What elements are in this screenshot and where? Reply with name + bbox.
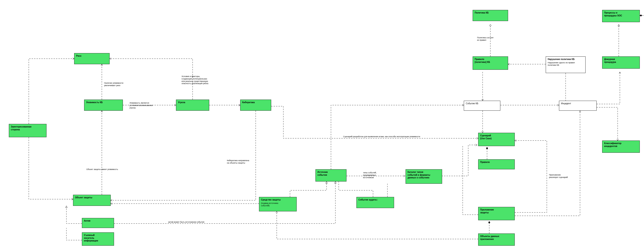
node-classifier[interactable]: Классификаторинцидентов — [602, 140, 640, 153]
node-appobjs[interactable]: Объекты данныхприложения — [478, 234, 515, 246]
node-kbevent[interactable]: Событие КБ — [464, 101, 500, 111]
node-label: Приложениезащиты — [480, 208, 494, 214]
node-label: Заинтересованнаясторона — [11, 126, 32, 131]
node-label: Актив — [84, 220, 90, 222]
node-label: Нарушение политики КБ — [548, 58, 574, 60]
edge-label: Наличие уязвимостиувеличивает риск — [104, 82, 135, 87]
node-label: Уязвимость КБ — [86, 101, 103, 104]
node-risk[interactable]: Риск — [74, 53, 110, 64]
edge-label: Уязвимость являетсяусловием возникновени… — [130, 102, 165, 109]
node-label: Объект защиты — [75, 196, 92, 199]
edge-label: актив может быть источником события — [168, 221, 224, 223]
node-label: Классификаторинцидентов — [604, 142, 622, 148]
node-stakeholder[interactable]: Заинтересованнаясторона — [9, 124, 46, 137]
node-label: Источниксобытия — [318, 171, 328, 176]
node-cyberattack[interactable]: Кибератака — [240, 100, 271, 111]
node-usecase[interactable]: Сценарий(Use Case) — [478, 133, 515, 146]
node-label: Правило — [480, 161, 490, 163]
node-asset[interactable]: Актив — [82, 218, 114, 228]
node-label: Каталог типовсобытий и форматыданных о с… — [408, 171, 430, 179]
node-label: Угроза — [178, 101, 185, 104]
node-label: Событие КБ — [466, 102, 478, 105]
node-removable[interactable]: Съемныйносительинформации — [82, 232, 114, 246]
node-label: Объекты данныхприложения — [480, 235, 499, 240]
node-sub: Нарушение одного из правилполитики КБ — [548, 62, 584, 66]
edge-label: Кибератака направленана объекты защиты — [227, 159, 267, 164]
node-protmeans[interactable]: Средство защиты(подвид источникасобытий) — [259, 197, 297, 211]
node-label: Инцидент — [561, 102, 571, 105]
node-dutyproc[interactable]: Дежурнаяпроцедура — [602, 56, 640, 68]
node-protobj[interactable]: Объект защиты — [73, 195, 111, 206]
edge-label: Условия и факторы,создающие потенциальну… — [182, 75, 226, 85]
node-sub: (подвид источникасобытий) — [261, 202, 295, 207]
edge-label: Приложениереализует сценарий — [549, 174, 580, 178]
edge-label: типы событий,порождаемыхисточником — [363, 172, 390, 178]
node-label: Дежурнаяпроцедура — [604, 58, 616, 63]
node-label: Событие аудита:: — [358, 198, 378, 201]
node-evtsrc[interactable]: Источниксобытия — [316, 169, 346, 182]
node-procSOC[interactable]: Процессы ипроцедуры SOC — [602, 10, 640, 22]
edge-label: Сценарий разработан для выявления атаки,… — [343, 136, 454, 138]
node-label: Средство защиты — [261, 198, 281, 201]
edge-label: Объект защиты имеет уязвимость — [86, 168, 130, 171]
node-auditevt[interactable]: Событие аудита:: — [356, 197, 394, 208]
node-incident[interactable]: Инцидент — [559, 101, 596, 111]
node-label: Съемныйносительинформации — [84, 234, 98, 242]
node-rule[interactable]: Правило — [478, 159, 515, 169]
node-violation[interactable]: Нарушение политики КБНарушение одного из… — [546, 56, 586, 73]
node-policyKB[interactable]: Политика КБ — [473, 10, 508, 21]
edges-layer — [0, 0, 644, 247]
node-label: Процессы ипроцедуры SOC — [604, 12, 622, 17]
edge-label: Политика состоитиз правил — [477, 36, 508, 42]
node-threat[interactable]: Угроза — [176, 100, 209, 111]
node-ruleKB[interactable]: Правило[политики] КБ — [473, 56, 508, 70]
node-vuln[interactable]: Уязвимость КБ — [84, 100, 123, 111]
node-label: Сценарий(Use Case) — [480, 134, 492, 140]
node-app[interactable]: Приложениезащиты — [478, 207, 515, 220]
node-label: Кибератака — [242, 101, 255, 104]
node-label: Правило[политики] КБ — [475, 58, 490, 63]
node-label: Риск — [76, 55, 81, 57]
node-label: Политика КБ — [475, 12, 488, 14]
node-catalog[interactable]: Каталог типовсобытий и форматыданных о с… — [406, 169, 442, 184]
